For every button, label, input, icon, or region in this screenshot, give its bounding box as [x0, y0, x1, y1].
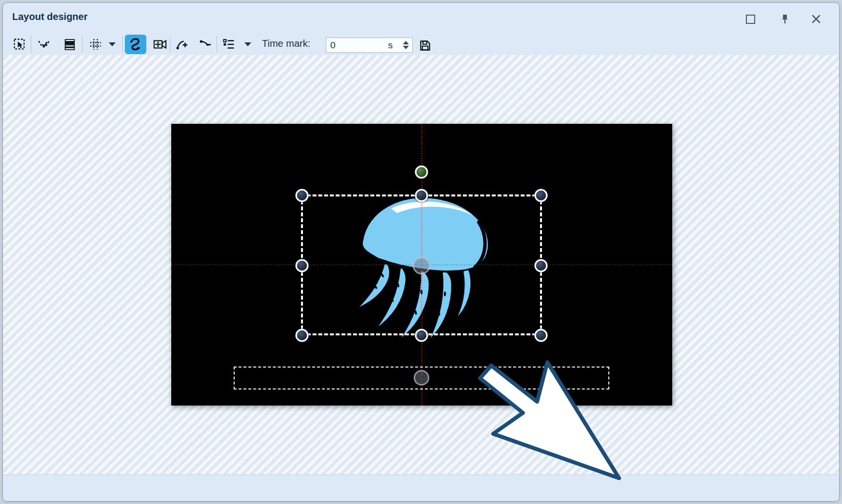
close-button[interactable] [810, 13, 822, 25]
maximize-button[interactable] [746, 15, 755, 24]
motion-path-icon [128, 37, 143, 52]
time-mark-field: s [326, 38, 413, 53]
layers-tool-button[interactable] [59, 35, 80, 54]
remove-curve-point-icon [199, 38, 212, 51]
add-curve-point-button[interactable] [171, 35, 193, 54]
layout-designer-window: Layout designer [2, 2, 840, 502]
textbox-center-handle[interactable] [414, 370, 429, 386]
time-mark-input[interactable] [326, 39, 388, 51]
center-move-handle[interactable] [413, 257, 430, 274]
handle-top-right[interactable] [536, 191, 546, 200]
save-button[interactable] [419, 39, 432, 52]
select-tool-icon [13, 38, 26, 51]
handle-middle-left[interactable] [297, 261, 307, 271]
transport-bar: 00:00.000 Live preview [2, 474, 840, 502]
handle-bottom-left[interactable] [297, 330, 307, 340]
close-icon [813, 16, 820, 22]
time-mark-label: Time mark: [262, 38, 310, 49]
toolbar-separator [122, 36, 123, 53]
spinner-down-icon[interactable] [403, 46, 409, 49]
remove-curve-point-button[interactable] [195, 35, 216, 54]
toolbar-separator [217, 36, 217, 53]
handle-top-center[interactable] [417, 191, 426, 200]
time-mark-unit: s [388, 40, 393, 51]
design-stage [2, 55, 840, 474]
handle-bottom-center[interactable] [417, 330, 426, 340]
grid-icon [89, 38, 102, 51]
time-mark-spinner[interactable] [400, 38, 412, 52]
handle-middle-right[interactable] [536, 261, 546, 271]
chevron-down-icon [109, 42, 116, 47]
keyframe-list-dropdown[interactable] [241, 35, 255, 54]
camera-pan-icon [153, 38, 167, 51]
spinner-up-icon[interactable] [403, 41, 409, 44]
handle-top-left[interactable] [297, 191, 307, 200]
cursor-arrow-icon [480, 362, 619, 478]
add-curve-point-icon [175, 38, 189, 51]
page-title: Layout designer [12, 11, 87, 22]
keyframe-list-button[interactable] [218, 35, 240, 54]
toolbar-separator [170, 36, 170, 53]
toolbar-separator [31, 36, 31, 53]
motion-path-tool-button[interactable] [125, 35, 146, 54]
handle-bottom-right[interactable] [536, 330, 546, 340]
rotation-handle[interactable] [417, 167, 426, 177]
keyframe-list-icon [222, 38, 236, 51]
select-tool-button[interactable] [9, 35, 30, 54]
selection-rectangle[interactable] [301, 194, 542, 335]
pin-button[interactable] [779, 13, 791, 25]
mouse-cursor-arrow [476, 359, 630, 489]
smooth-curve-icon [37, 38, 51, 51]
grid-options-dropdown[interactable] [105, 35, 120, 54]
layers-icon [63, 38, 77, 51]
pin-icon [782, 15, 788, 19]
grid-tool-button[interactable] [85, 35, 106, 54]
camera-pan-tool-button[interactable] [149, 35, 171, 54]
chevron-down-icon [244, 42, 251, 47]
smooth-curve-tool-button[interactable] [33, 35, 55, 54]
toolbar-separator [82, 36, 82, 53]
